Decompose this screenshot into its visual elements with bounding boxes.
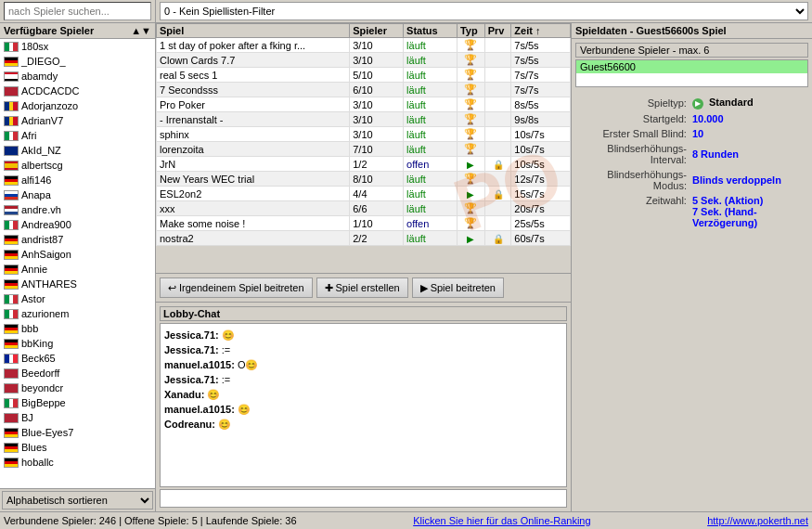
table-row[interactable]: sphinx 3/10 läuft 🏆 10s/7s: [157, 127, 571, 142]
player-name: Adorjanzozo: [21, 100, 78, 111]
table-row[interactable]: Pro Poker 3/10 läuft 🏆 8s/5s: [157, 97, 571, 112]
table-row[interactable]: real 5 secs 1 5/10 läuft 🏆 7s/7s: [157, 68, 571, 83]
list-item[interactable]: bbKing: [0, 336, 155, 351]
cell-players: 1/10: [350, 216, 404, 231]
col-spiel[interactable]: Spiel: [157, 24, 350, 38]
cell-players: 3/10: [350, 97, 404, 112]
player-list: 180sx_DIEGO_abamdyACDCACDCAdorjanzozoAdr…: [0, 39, 155, 488]
list-item[interactable]: ANTHARES: [0, 277, 155, 291]
info-row-blinds-interval: Blindserhöhungs- Interval: 8 Runden: [575, 141, 808, 167]
play-icon: ▶: [467, 160, 474, 170]
list-item[interactable]: Astor: [0, 291, 155, 306]
player-name: ACDCACDC: [21, 85, 79, 97]
table-row[interactable]: lorenzoita 7/10 läuft 🏆 10s/7s: [157, 142, 571, 157]
list-item[interactable]: BJ: [0, 410, 155, 425]
cell-players: 3/10: [350, 112, 404, 127]
ranking-link[interactable]: Klicken Sie hier für das Online-Ranking: [413, 515, 590, 526]
flag-icon: [4, 146, 19, 156]
table-row[interactable]: nostra2 2/2 läuft ▶ 🔒 60s/7s: [157, 231, 571, 246]
table-row[interactable]: 1 st day of poker after a fking r... 3/1…: [157, 38, 571, 53]
player-name: AnhSaigon: [21, 249, 71, 260]
cell-players: 6/10: [350, 83, 404, 97]
col-typ[interactable]: Typ: [457, 24, 484, 38]
game-info-section: Spieltyp: ▶ Standard Startgeld: 10.000 E…: [572, 91, 812, 511]
watch-icon: ▶: [420, 282, 428, 294]
website-link[interactable]: http://www.pokerth.net: [707, 515, 808, 526]
cell-prv: [484, 201, 511, 216]
list-item[interactable]: bbb: [0, 321, 155, 336]
filter-select[interactable]: 0 - Kein Spiellisten-Filter: [160, 2, 808, 20]
table-row[interactable]: 7 Secondsss 6/10 läuft 🏆 7s/7s: [157, 83, 571, 97]
list-item[interactable]: Afri: [0, 128, 155, 143]
join-button[interactable]: ↩ Irgendeinem Spiel beitreten: [160, 277, 313, 298]
list-item[interactable]: Annie: [0, 262, 155, 277]
cell-typ: 🏆: [457, 127, 484, 142]
player-name: Afri: [21, 130, 37, 141]
flag-icon: [4, 101, 19, 111]
table-row[interactable]: Make some noise ! 1/10 offen 🏆 25s/5s: [157, 216, 571, 231]
list-item[interactable]: hoballc: [0, 455, 155, 470]
top-bar: 0 - Kein Spiellisten-Filter: [0, 0, 812, 23]
table-row[interactable]: - Irrenanstalt - 3/10 läuft 🏆 9s/8s: [157, 112, 571, 127]
action-buttons: ↩ Irgendeinem Spiel beitreten ✚ Spiel er…: [156, 274, 571, 303]
list-item[interactable]: Anapa: [0, 187, 155, 202]
table-row[interactable]: JrN 1/2 offen ▶ 🔒 10s/5s: [157, 157, 571, 172]
list-item[interactable]: Adorjanzozo: [0, 98, 155, 113]
list-item[interactable]: alfi146: [0, 173, 155, 187]
player-name: Blues: [21, 442, 47, 453]
list-item[interactable]: ACDCACDC: [0, 84, 155, 98]
list-item[interactable]: albertscg: [0, 158, 155, 173]
table-row[interactable]: xxx 6/6 läuft 🏆 20s/7s: [157, 201, 571, 216]
col-prv[interactable]: Prv: [484, 24, 511, 38]
create-icon: ✚: [325, 282, 333, 294]
list-item: manuel.a1015: 😊: [164, 402, 562, 417]
chat-label: Lobby-Chat: [160, 306, 567, 321]
chat-input[interactable]: [160, 489, 567, 508]
trophy-icon: 🏆: [464, 128, 477, 139]
col-spieler[interactable]: Spieler: [350, 24, 404, 38]
list-item[interactable]: andre.vh: [0, 202, 155, 217]
list-item[interactable]: AnhSaigon: [0, 247, 155, 262]
cell-players: 8/10: [350, 172, 404, 187]
col-status[interactable]: Status: [404, 24, 458, 38]
table-row[interactable]: ESL2on2 4/4 läuft ▶ 🔒 15s/7s: [157, 187, 571, 201]
list-item[interactable]: andrist87: [0, 232, 155, 247]
list-item[interactable]: Andrea900: [0, 217, 155, 232]
cell-status: läuft: [404, 38, 458, 53]
cell-prv: [484, 216, 511, 231]
table-row[interactable]: Clown Cards 7.7 3/10 läuft 🏆 7s/5s: [157, 53, 571, 68]
col-zeit[interactable]: Zeit ↑: [511, 24, 571, 38]
cell-zeit: 10s/7s: [511, 142, 571, 157]
sort-select[interactable]: Alphabetisch sortieren: [2, 491, 153, 510]
trophy-icon: 🏆: [464, 217, 477, 228]
status-text: Verbundene Spieler: 246 | Offene Spiele:…: [4, 515, 297, 526]
flag-icon: [4, 413, 19, 423]
list-item[interactable]: azurionem: [0, 306, 155, 321]
list-item[interactable]: Beck65: [0, 351, 155, 366]
search-input[interactable]: [4, 2, 151, 20]
list-item[interactable]: _DIEGO_: [0, 54, 155, 69]
list-item[interactable]: 180sx: [0, 39, 155, 54]
chat-messages: Jessica.71: 😊Jessica.71: :=manuel.a1015:…: [160, 323, 567, 487]
cell-zeit: 7s/7s: [511, 83, 571, 97]
list-item[interactable]: Blue-Eyes7: [0, 425, 155, 440]
cell-typ: 🏆: [457, 83, 484, 97]
table-row[interactable]: New Years WEC trial 8/10 läuft 🏆 12s/7s: [157, 172, 571, 187]
games-tbody: 1 st day of poker after a fking r... 3/1…: [157, 38, 571, 246]
list-item[interactable]: Blues: [0, 440, 155, 455]
watch-button[interactable]: ▶ Spiel beitreten: [412, 277, 504, 298]
list-item[interactable]: beyondcr: [0, 381, 155, 395]
right-panel: Spieldaten - Guest56600s Spiel Verbunden…: [571, 23, 812, 511]
list-item[interactable]: BigBeppe: [0, 395, 155, 410]
list-item[interactable]: abamdy: [0, 69, 155, 84]
list-item[interactable]: Beedorff: [0, 366, 155, 381]
list-item[interactable]: AkId_NZ: [0, 143, 155, 158]
play-icon: ▶: [467, 189, 474, 200]
blinds-interval-value: 8 Runden: [690, 141, 808, 167]
flag-icon: [4, 86, 19, 97]
list-item[interactable]: AdrianV7: [0, 113, 155, 128]
cell-typ: ▶: [457, 157, 484, 172]
flag-icon: [4, 205, 19, 215]
cell-status: läuft: [404, 142, 458, 157]
create-button[interactable]: ✚ Spiel erstellen: [316, 277, 408, 298]
